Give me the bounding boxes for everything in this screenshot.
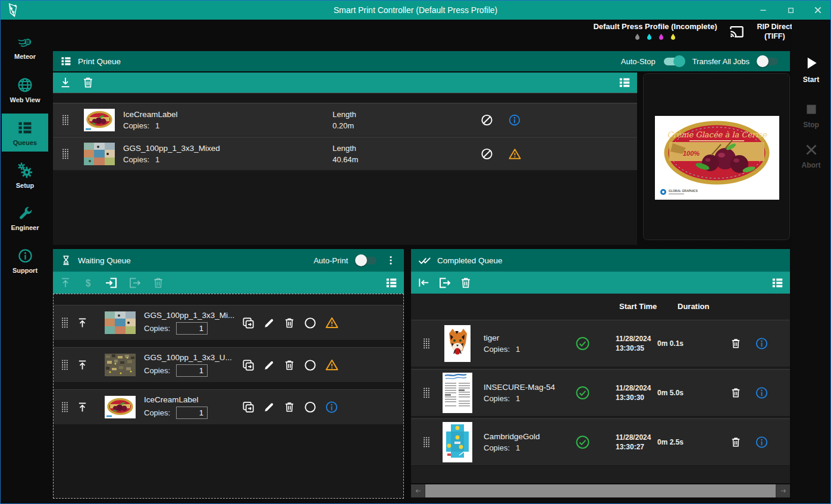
- abort-button: [804, 142, 819, 158]
- delete-job-icon[interactable]: [730, 387, 742, 399]
- job-info-icon[interactable]: [755, 337, 769, 351]
- close-icon[interactable]: [809, 2, 827, 18]
- copies-value: 1: [516, 394, 520, 403]
- delete-job-icon[interactable]: [730, 338, 742, 349]
- title-bar: Smart Print Controller (Default Press Pr…: [1, 1, 830, 20]
- delete-icon[interactable]: [81, 76, 95, 89]
- sidebar-item-web-view[interactable]: Web View: [2, 71, 48, 109]
- job-warning-icon[interactable]: [325, 316, 339, 330]
- completed-queue-row[interactable]: tiger Copies:1 11/28/2024 13:30:35 0m 0.…: [411, 320, 790, 367]
- move-to-top-icon[interactable]: [76, 401, 89, 414]
- print-queue-row[interactable]: GGS_100pp_1_3x3_Mixed Copies:1 Length 40…: [53, 137, 637, 171]
- edit-job-icon[interactable]: [263, 359, 275, 371]
- auto-stop-toggle[interactable]: [664, 58, 684, 65]
- drag-handle-icon[interactable]: [62, 148, 69, 160]
- drag-handle-icon[interactable]: [61, 359, 68, 371]
- print-queue-toolbar: [53, 73, 637, 93]
- sidebar: Meteor Web View Queues Setup Engineer Su…: [1, 20, 49, 503]
- copies-label: Copies:: [484, 345, 510, 354]
- job-info: CambridgeGold Copies:1: [484, 432, 540, 452]
- delete-job-icon[interactable]: [283, 317, 296, 329]
- horizontal-scrollbar[interactable]: [411, 484, 790, 497]
- delete-job-icon[interactable]: [730, 436, 742, 448]
- send-to-print-queue-icon[interactable]: [104, 276, 118, 290]
- job-length: Length 40.64m: [333, 142, 358, 165]
- drag-handle-icon[interactable]: [423, 387, 430, 399]
- job-success-icon: [575, 336, 590, 351]
- select-job-radio[interactable]: [303, 316, 317, 330]
- print-queue-title: Print Queue: [78, 57, 121, 66]
- length-label: Length: [333, 108, 356, 120]
- auto-print-toggle[interactable]: [356, 257, 377, 264]
- download-job-icon[interactable]: [59, 76, 72, 89]
- kebab-menu-icon[interactable]: [385, 254, 397, 266]
- drag-handle-icon[interactable]: [61, 317, 68, 329]
- job-info-icon[interactable]: [508, 114, 521, 127]
- view-mode-icon[interactable]: [771, 276, 784, 289]
- completed-queue-row[interactable]: INSECURE-Mag-54 Copies:1 11/28/2024 13:3…: [411, 369, 790, 417]
- duplicate-job-icon[interactable]: [242, 316, 255, 330]
- waiting-queue-row[interactable]: IceCreamLabel Copies:: [54, 389, 403, 425]
- view-mode-icon[interactable]: [618, 76, 631, 89]
- select-job-radio[interactable]: [303, 358, 317, 372]
- block-job-icon[interactable]: [480, 147, 494, 160]
- minimize-icon[interactable]: [754, 2, 772, 18]
- job-info-icon[interactable]: [325, 401, 338, 414]
- move-to-top-icon[interactable]: [76, 317, 89, 329]
- job-info-icon[interactable]: [755, 386, 769, 400]
- waiting-queue-row[interactable]: GGS_100pp_1_3x3_U... Copies:: [54, 347, 403, 383]
- drag-handle-icon[interactable]: [61, 401, 68, 413]
- start-button[interactable]: [802, 54, 820, 72]
- length-label: Length: [333, 142, 358, 154]
- delete-job-icon[interactable]: [283, 359, 296, 371]
- copies-label: Copies:: [144, 324, 170, 333]
- drag-handle-icon[interactable]: [423, 436, 430, 448]
- edit-job-icon[interactable]: [263, 401, 275, 414]
- completed-queue-column-headers: Start Time Duration: [411, 294, 790, 320]
- sidebar-item-queues[interactable]: Queues: [2, 114, 48, 152]
- print-queue-row[interactable]: IceCreamLabel Copies:1 Length 0.20m: [53, 103, 637, 137]
- completed-queue-row[interactable]: CambridgeGold Copies:1 11/28/2024 13:30:…: [411, 418, 790, 466]
- cast-icon[interactable]: [729, 24, 745, 40]
- delete-job-icon[interactable]: [283, 401, 296, 414]
- copies-input[interactable]: [176, 364, 208, 377]
- scroll-right-icon[interactable]: [776, 484, 790, 497]
- transfer-all-jobs-label: Transfer All Jobs: [692, 57, 750, 66]
- block-job-icon[interactable]: [480, 113, 494, 127]
- cost-icon: [81, 276, 95, 289]
- view-mode-icon[interactable]: [385, 276, 398, 289]
- job-info: GGS_100pp_1_3x3_Mixed Copies:1: [123, 144, 220, 164]
- duplicate-job-icon[interactable]: [242, 358, 255, 372]
- job-success-icon: [575, 386, 590, 401]
- duplicate-job-icon[interactable]: [242, 401, 255, 414]
- maximize-icon[interactable]: [782, 2, 799, 18]
- job-warning-icon[interactable]: [508, 147, 522, 160]
- sidebar-item-setup[interactable]: Setup: [2, 156, 48, 194]
- sidebar-item-meteor[interactable]: Meteor: [2, 28, 48, 66]
- job-success-icon: [575, 435, 590, 450]
- transfer-all-jobs-toggle[interactable]: [758, 58, 778, 65]
- waiting-queue-row[interactable]: GGS_100pp_1_3x3_Mi... Copies:: [54, 305, 403, 341]
- job-warning-icon[interactable]: [325, 358, 339, 372]
- copies-label: Copies:: [123, 121, 149, 130]
- ink-levels: [634, 32, 677, 42]
- job-thumbnail: [443, 373, 472, 413]
- sidebar-item-support[interactable]: Support: [2, 242, 48, 280]
- drag-handle-icon[interactable]: [423, 338, 430, 349]
- job-start-time: 11/28/2024 13:30:27: [616, 433, 651, 452]
- scroll-left-icon[interactable]: [411, 484, 425, 497]
- start-label: Start: [803, 75, 819, 84]
- move-to-start-icon[interactable]: [417, 276, 431, 289]
- job-info-icon[interactable]: [755, 436, 769, 449]
- delete-icon[interactable]: [459, 276, 472, 289]
- drag-handle-icon[interactable]: [62, 114, 69, 126]
- move-to-top-icon[interactable]: [76, 359, 89, 371]
- sidebar-item-engineer[interactable]: Engineer: [2, 199, 48, 237]
- copies-input[interactable]: [176, 407, 208, 419]
- copies-input[interactable]: [176, 322, 208, 335]
- job-thumbnail: [84, 143, 115, 165]
- edit-job-icon[interactable]: [263, 317, 275, 329]
- scrollbar-thumb[interactable]: [425, 484, 776, 497]
- export-icon[interactable]: [438, 276, 452, 290]
- select-job-radio[interactable]: [303, 401, 317, 414]
